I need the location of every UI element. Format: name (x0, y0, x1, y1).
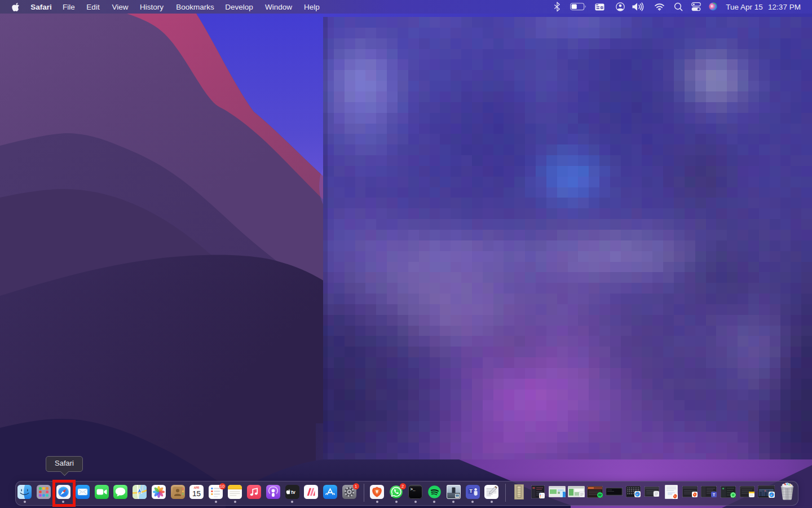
svg-text:>_: >_ (410, 487, 416, 492)
svg-text:T: T (713, 493, 715, 497)
svg-text:15: 15 (192, 489, 201, 498)
svg-text:tv: tv (291, 489, 295, 494)
svg-text:T: T (469, 488, 473, 494)
